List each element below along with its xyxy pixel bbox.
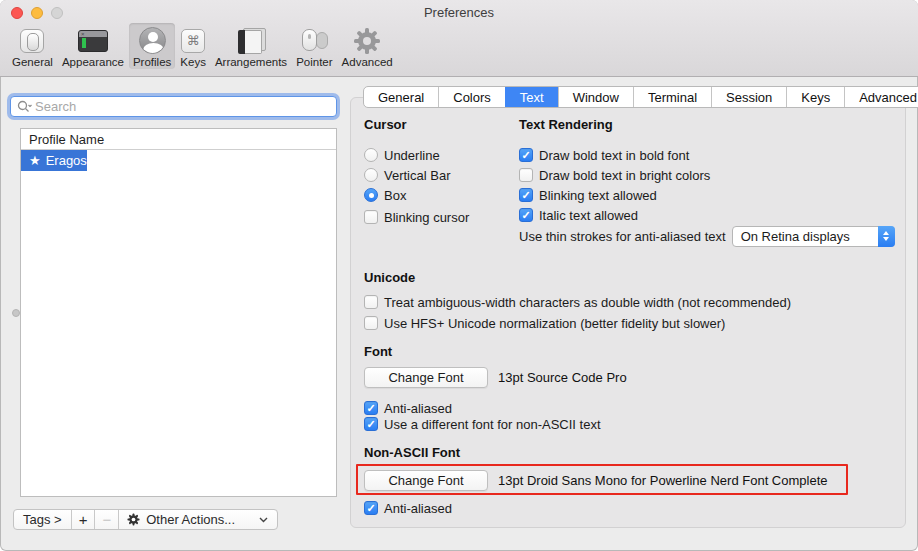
other-actions-button[interactable]: Other Actions... — [118, 510, 277, 529]
checkbox-icon — [519, 148, 533, 162]
toolbar: General Appearance Profiles ⌘ Keys Arran… — [8, 23, 398, 69]
checkbox-blinking-text[interactable]: Blinking text allowed — [519, 185, 657, 205]
dropdown-stepper-icon — [878, 226, 895, 247]
remove-profile-button: − — [94, 510, 118, 529]
toolbar-item-appearance[interactable]: Appearance — [58, 23, 128, 69]
checkbox-icon — [364, 295, 378, 309]
title-bar: Preferences General Appearance Profiles … — [0, 0, 918, 77]
search-input[interactable] — [35, 99, 330, 114]
preferences-window: Preferences General Appearance Profiles … — [0, 0, 918, 551]
window-panels-icon — [236, 28, 266, 54]
font-section-title: Font — [364, 344, 392, 359]
profile-row-eragos[interactable]: ★ Eragos — [21, 150, 87, 171]
radio-icon — [364, 188, 378, 202]
profile-actions-bar: Tags > + − Other Actions... — [13, 509, 278, 530]
checkbox-icon — [519, 168, 533, 182]
unicode-section-title: Unicode — [364, 270, 415, 285]
checkbox-ambiguous-width[interactable]: Treat ambiguous-width characters as doub… — [364, 292, 791, 312]
star-icon: ★ — [29, 150, 41, 171]
non-ascii-font-row: Change Font 13pt Droid Sans Mono for Pow… — [364, 469, 828, 491]
tab-advanced[interactable]: Advanced — [844, 87, 918, 107]
tags-button[interactable]: Tags > — [14, 510, 71, 529]
tab-keys[interactable]: Keys — [786, 87, 844, 107]
checkbox-hfs-normalization[interactable]: Use HFS+ Unicode normalization (better f… — [364, 313, 725, 333]
checkbox-non-ascii-anti-aliased[interactable]: Anti-aliased — [364, 498, 452, 518]
radio-vertical-bar[interactable]: Vertical Bar — [364, 165, 450, 185]
command-key-icon: ⌘ — [181, 29, 205, 53]
radio-icon — [364, 168, 378, 182]
window-title: Preferences — [0, 5, 918, 20]
tab-colors[interactable]: Colors — [438, 87, 505, 107]
checkbox-different-non-ascii-font[interactable]: Use a different font for non-ASCII text — [364, 414, 601, 434]
toolbar-item-pointer[interactable]: Pointer — [292, 23, 336, 69]
add-profile-button[interactable]: + — [71, 510, 95, 529]
checkbox-icon — [364, 210, 378, 224]
font-description: 13pt Source Code Pro — [498, 370, 627, 385]
non-ascii-font-section-title: Non-ASCII Font — [364, 445, 460, 460]
toolbar-item-general[interactable]: General — [8, 23, 57, 69]
gear-icon — [353, 26, 381, 55]
toggle-switch-icon — [20, 29, 44, 53]
checkbox-icon — [364, 316, 378, 330]
radio-box[interactable]: Box — [364, 185, 406, 205]
profile-list: Profile Name ★ Eragos — [20, 128, 337, 497]
chevron-down-icon — [259, 517, 268, 523]
checkbox-bold-font[interactable]: Draw bold text in bold font — [519, 145, 689, 165]
checkbox-icon — [364, 501, 378, 515]
tab-session[interactable]: Session — [711, 87, 786, 107]
splitter-handle[interactable] — [12, 309, 20, 317]
toolbar-item-keys[interactable]: ⌘ Keys — [176, 23, 210, 69]
checkbox-italic-text[interactable]: Italic text allowed — [519, 205, 638, 225]
gear-icon — [127, 513, 140, 526]
radio-icon — [364, 148, 378, 162]
thin-strokes-label: Use thin strokes for anti-aliased text — [519, 229, 726, 244]
checkbox-bright-colors[interactable]: Draw bold text in bright colors — [519, 165, 710, 185]
tab-terminal[interactable]: Terminal — [633, 87, 711, 107]
thin-strokes-dropdown[interactable]: On Retina displays — [732, 226, 895, 247]
tab-window[interactable]: Window — [558, 87, 633, 107]
toolbar-item-profiles[interactable]: Profiles — [129, 23, 175, 69]
non-ascii-font-description: 13pt Droid Sans Mono for Powerline Nerd … — [498, 473, 828, 488]
person-icon — [139, 27, 166, 54]
search-field[interactable] — [10, 96, 337, 117]
checkbox-blinking-cursor[interactable]: Blinking cursor — [364, 207, 469, 227]
search-icon — [17, 100, 32, 113]
checkbox-icon — [364, 401, 378, 415]
checkbox-icon — [519, 208, 533, 222]
text-rendering-section-title: Text Rendering — [519, 117, 613, 132]
change-non-ascii-font-button[interactable]: Change Font — [364, 470, 488, 491]
toolbar-item-advanced[interactable]: Advanced — [338, 23, 397, 69]
profile-list-header: Profile Name — [21, 129, 336, 150]
checkbox-icon — [364, 417, 378, 431]
checkbox-icon — [519, 188, 533, 202]
profile-name: Eragos — [46, 150, 87, 171]
tab-general[interactable]: General — [364, 87, 438, 107]
font-row: Change Font 13pt Source Code Pro — [364, 366, 627, 388]
cursor-section-title: Cursor — [364, 117, 407, 132]
radio-underline[interactable]: Underline — [364, 145, 440, 165]
toolbar-item-arrangements[interactable]: Arrangements — [211, 23, 291, 69]
tab-text[interactable]: Text — [505, 87, 558, 107]
change-font-button[interactable]: Change Font — [364, 367, 488, 388]
dark-window-icon — [78, 30, 108, 52]
thin-strokes-row: Use thin strokes for anti-aliased text O… — [519, 225, 895, 247]
mouse-icon — [301, 28, 328, 54]
profile-tabs: General Colors Text Window Terminal Sess… — [363, 86, 918, 108]
text-tab-panel: Cursor Underline Vertical Bar Box Blinki… — [350, 97, 906, 528]
